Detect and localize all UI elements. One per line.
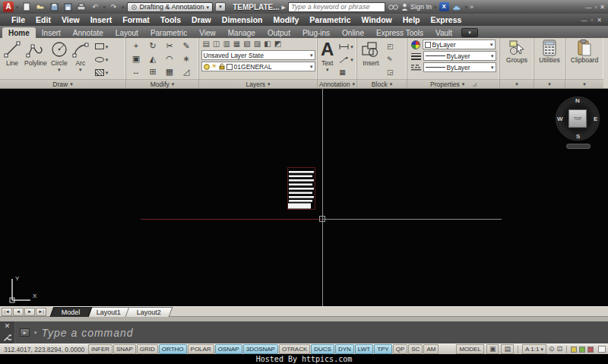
layer-thaw-sun-icon[interactable]: ☀ <box>211 63 217 70</box>
menu-dimension[interactable]: Dimension <box>217 15 268 24</box>
annotation-scale-button[interactable]: A 1:1 ▾ <box>522 344 546 354</box>
trim-icon[interactable]: ✂ <box>166 42 173 50</box>
ribbon-tab-parametric[interactable]: Parametric <box>144 27 193 38</box>
undo-caret-icon[interactable]: ▾ <box>103 5 106 10</box>
new-file-icon[interactable] <box>21 2 33 12</box>
viewcube-top-face[interactable]: TOP <box>568 109 587 128</box>
ribbon-tab-insert[interactable]: Insert <box>36 27 67 38</box>
autocad-logo-icon[interactable]: A <box>3 2 14 12</box>
fillet-icon[interactable]: ◠ <box>166 55 173 63</box>
ribbon-minimize-icon[interactable]: ▾ <box>461 28 478 37</box>
utilities-label[interactable]: Utilities <box>539 56 559 64</box>
groups-label[interactable]: Groups <box>506 56 527 64</box>
menu-draw[interactable]: Draw <box>186 15 217 24</box>
drawing-canvas[interactable]: N W E S TOP Y X <box>0 89 608 306</box>
workspace-switching-icon[interactable]: ⊙ <box>549 346 555 353</box>
circle-button[interactable]: Circle ▾ <box>49 40 70 79</box>
tab-nav-next-icon[interactable]: ► <box>24 308 35 316</box>
toggle-lwt[interactable]: LWT <box>355 344 373 354</box>
scale-icon[interactable]: ⊞ <box>149 68 156 76</box>
mirror-icon[interactable]: ◭ <box>150 55 156 63</box>
plot-icon[interactable] <box>76 2 87 12</box>
ribbon-tab-view[interactable]: View <box>193 27 222 38</box>
layer-dropdown[interactable]: ☀ 01GENERAL ▾ <box>201 62 315 71</box>
menu-format[interactable]: Format <box>117 15 155 24</box>
model-space-button[interactable]: MODEL <box>456 344 483 354</box>
layer-walk-icon[interactable]: ◩ <box>274 40 281 48</box>
ribbon-tab-annotate[interactable]: Annotate <box>67 27 109 38</box>
search-input[interactable] <box>288 2 385 12</box>
object-color-dropdown[interactable]: ByLayer ▾ <box>423 40 496 49</box>
linetype-dropdown[interactable]: ByLayer ▾ <box>423 62 496 72</box>
layer-properties-icon[interactable]: ▤ <box>203 40 210 48</box>
groups-panel-label[interactable]: ▾ <box>500 79 534 88</box>
toggle-polar[interactable]: POLAR <box>188 344 214 354</box>
layer-freeze-icon[interactable]: ▧ <box>243 40 250 48</box>
toggle-grid[interactable]: GRID <box>137 344 158 354</box>
toggle-infer[interactable]: INFER <box>88 344 112 354</box>
search-binoculars-icon[interactable] <box>388 2 399 12</box>
quick-view-drawings-icon[interactable]: ▤ <box>501 344 514 354</box>
command-wrench-icon[interactable] <box>3 334 11 342</box>
explode-icon[interactable]: ∗ <box>182 55 189 63</box>
groups-icon[interactable] <box>508 40 525 56</box>
tray-trusted-autodesk-icon[interactable] <box>579 347 585 353</box>
text-button[interactable]: A Text ▾ <box>319 40 335 79</box>
restore-button[interactable]: ▫ <box>594 4 597 11</box>
circle-caret-icon[interactable]: ▾ <box>58 67 61 72</box>
redo-icon[interactable]: ↷ <box>108 2 119 12</box>
title-play-icon[interactable]: ▶ <box>282 5 286 10</box>
menu-window[interactable]: Window <box>356 15 397 24</box>
command-input-row[interactable]: ▸ ▾ Type a command <box>15 321 608 343</box>
menu-edit[interactable]: Edit <box>30 15 56 24</box>
undo-icon[interactable]: ↶ <box>90 2 101 12</box>
toggle-otrack[interactable]: OTRACK <box>279 344 310 354</box>
ribbon-tab-vault[interactable]: Vault <box>429 27 458 38</box>
chamfer-icon[interactable]: ◿ <box>183 68 189 76</box>
clipboard-icon[interactable] <box>578 40 591 56</box>
close-button[interactable]: ✕ <box>600 4 605 11</box>
utilities-panel-label[interactable]: ▾ <box>534 79 565 88</box>
table-button[interactable]: ▦ <box>337 67 355 78</box>
menu-parametric[interactable]: Parametric <box>304 15 356 24</box>
ribbon-tab-layout[interactable]: Layout <box>109 27 144 38</box>
save-as-icon[interactable] <box>62 2 74 12</box>
draw-panel-label[interactable]: Draw ▾ <box>0 79 125 88</box>
ui-toggle-icon[interactable]: ▾ <box>215 2 226 11</box>
properties-panel-label[interactable]: Properties ▾ ◿ <box>407 79 499 88</box>
model-tab[interactable]: Model <box>50 307 92 317</box>
tab-nav-first-icon[interactable]: |◄ <box>2 308 12 316</box>
block-attributes-button[interactable]: ◲ <box>385 67 395 78</box>
arc-caret-icon[interactable]: ▾ <box>79 67 82 72</box>
sign-in-button[interactable]: Sign In <box>401 3 432 11</box>
ribbon-tab-manage[interactable]: Manage <box>222 27 261 38</box>
copy-icon[interactable]: ▣ <box>132 55 140 63</box>
layer-color-swatch[interactable] <box>226 64 233 70</box>
ribbon-tab-plugins[interactable]: Plug-ins <box>296 27 336 38</box>
ribbon-tab-home[interactable]: Home <box>2 27 36 38</box>
viewcube-east[interactable]: E <box>594 116 597 122</box>
hatch-button[interactable]: ▾ <box>93 67 110 78</box>
doc-minimize-button[interactable]: — <box>581 17 587 24</box>
create-block-button[interactable]: ◰ <box>385 41 395 52</box>
minimize-button[interactable]: — <box>585 4 591 11</box>
toggle-3dosnap[interactable]: 3DOSNAP <box>243 344 278 354</box>
sign-in-caret-icon[interactable]: ▾ <box>434 5 437 10</box>
edit-block-button[interactable]: ✎ <box>385 54 395 65</box>
ribbon-tab-online[interactable]: Online <box>336 27 370 38</box>
menu-modify[interactable]: Modify <box>268 15 304 24</box>
toggle-sc[interactable]: SC <box>408 344 423 354</box>
command-input-placeholder[interactable]: Type a command <box>42 327 134 339</box>
doc-close-button[interactable]: ✕ <box>597 17 602 24</box>
quick-view-layouts-icon[interactable]: ▣ <box>486 344 499 354</box>
rotate-icon[interactable]: ↻ <box>149 42 156 50</box>
command-close-icon[interactable]: ✕ <box>5 323 11 330</box>
tray-xref-icon[interactable] <box>587 347 594 353</box>
menu-insert[interactable]: Insert <box>85 15 118 24</box>
insert-button[interactable]: Insert <box>359 40 383 79</box>
toggle-tpy[interactable]: TPY <box>374 344 392 354</box>
clipboard-label[interactable]: Clipboard <box>571 56 598 64</box>
toggle-dyn[interactable]: DYN <box>335 344 354 354</box>
viewcube-west[interactable]: W <box>557 116 563 122</box>
tab-nav-prev-icon[interactable]: ◄ <box>13 308 24 316</box>
